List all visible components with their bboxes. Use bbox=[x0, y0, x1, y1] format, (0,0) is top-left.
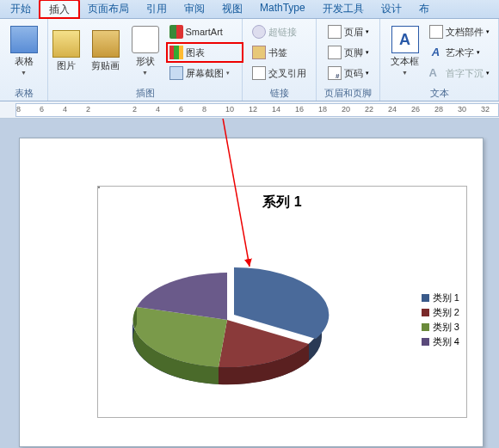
legend-item: 类别 4 bbox=[422, 335, 459, 348]
footer-label: 页脚 bbox=[344, 46, 363, 59]
crossref-button[interactable]: 交叉引用 bbox=[250, 64, 309, 83]
chart-object[interactable]: 系列 1 bbox=[97, 186, 467, 418]
tab-insert[interactable]: 插入 bbox=[40, 0, 79, 18]
header-button[interactable]: 页眉▾ bbox=[325, 22, 372, 41]
legend-item: 类别 1 bbox=[422, 292, 459, 304]
ribbon-tabs: 开始 插入 页面布局 引用 审阅 视图 MathType 开发工具 设计 布 bbox=[0, 0, 499, 19]
group-label-tables: 表格 bbox=[3, 86, 44, 101]
smartart-label: SmartArt bbox=[186, 27, 223, 37]
document-page[interactable]: 系列 1 bbox=[19, 138, 484, 447]
tab-developer[interactable]: 开发工具 bbox=[314, 0, 373, 18]
workspace: 系列 1 bbox=[0, 119, 499, 448]
group-links: 超链接 书签 交叉引用 链接 bbox=[243, 19, 317, 101]
group-text: A 文本框 ▼ 文档部件▾ A 艺术字▾ A 首字下沉▾ 文本 bbox=[380, 19, 499, 101]
dropdown-icon: ▼ bbox=[142, 70, 148, 76]
group-illustrations: 图片 剪贴画 形状 ▼ SmartArt 图表 bbox=[48, 19, 243, 101]
pagenum-button[interactable]: # 页码▾ bbox=[325, 64, 372, 83]
picture-button[interactable]: 图片 bbox=[48, 21, 84, 81]
header-icon bbox=[328, 25, 342, 39]
hyperlink-button[interactable]: 超链接 bbox=[250, 22, 309, 41]
dropcap-icon: A bbox=[429, 66, 443, 80]
parts-button[interactable]: 文档部件▾ bbox=[427, 22, 492, 41]
screenshot-button[interactable]: 屏幕截图 ▾ bbox=[167, 64, 243, 83]
dropdown-icon: ▼ bbox=[21, 70, 27, 76]
bookmark-icon bbox=[252, 46, 266, 59]
group-label-headfoot: 页眉和页脚 bbox=[320, 86, 376, 101]
hyperlink-icon bbox=[252, 25, 266, 39]
dropcap-button[interactable]: A 首字下沉▾ bbox=[427, 64, 492, 83]
tab-mathtype[interactable]: MathType bbox=[251, 0, 314, 18]
shapes-label: 形状 bbox=[136, 55, 155, 68]
tables-label: 表格 bbox=[15, 55, 34, 68]
ruler-area: 86422468101214161820222426283032 bbox=[0, 101, 499, 119]
tab-review[interactable]: 审阅 bbox=[176, 0, 213, 18]
dropdown-icon: ▼ bbox=[402, 70, 408, 76]
group-label-text: 文本 bbox=[384, 86, 495, 101]
textbox-button[interactable]: A 文本框 ▼ bbox=[387, 21, 423, 81]
tab-references[interactable]: 引用 bbox=[138, 0, 176, 18]
legend-item: 类别 2 bbox=[422, 306, 459, 319]
shapes-button[interactable]: 形状 ▼ bbox=[127, 21, 163, 81]
clipart-button[interactable]: 剪贴画 bbox=[88, 21, 124, 81]
tab-start[interactable]: 开始 bbox=[2, 0, 40, 18]
tab-design[interactable]: 设计 bbox=[373, 0, 410, 18]
tab-view[interactable]: 视图 bbox=[213, 0, 251, 18]
chart-legend: 类别 1类别 2类别 3类别 4 bbox=[422, 290, 459, 350]
chart-button[interactable]: 图表 bbox=[167, 43, 243, 62]
picture-label: 图片 bbox=[57, 59, 76, 72]
chart-icon bbox=[169, 46, 183, 59]
group-label-illus: 插图 bbox=[52, 86, 238, 101]
clipart-label: 剪贴画 bbox=[91, 59, 120, 72]
chart-title: 系列 1 bbox=[98, 193, 466, 212]
hyperlink-label: 超链接 bbox=[268, 26, 297, 39]
screenshot-icon bbox=[169, 66, 183, 80]
dropcap-label: 首字下沉 bbox=[446, 67, 484, 80]
group-label-links: 链接 bbox=[246, 86, 312, 101]
bookmark-button[interactable]: 书签 bbox=[250, 43, 309, 62]
wordart-icon: A bbox=[429, 46, 443, 59]
tab-page-layout[interactable]: 页面布局 bbox=[79, 0, 138, 18]
group-tables: 表格 ▼ 表格 bbox=[0, 19, 48, 101]
parts-icon bbox=[429, 25, 443, 39]
tab-layout2[interactable]: 布 bbox=[410, 0, 438, 18]
pagenum-label: 页码 bbox=[344, 67, 363, 80]
smartart-icon bbox=[169, 25, 183, 39]
footer-icon bbox=[328, 46, 342, 59]
legend-item: 类别 3 bbox=[422, 321, 459, 334]
pie-chart bbox=[115, 238, 339, 393]
bookmark-label: 书签 bbox=[268, 46, 287, 59]
crossref-label: 交叉引用 bbox=[268, 67, 306, 80]
textbox-icon: A bbox=[391, 26, 419, 53]
crossref-icon bbox=[252, 66, 266, 80]
screenshot-label: 屏幕截图 bbox=[186, 67, 224, 80]
header-label: 页眉 bbox=[344, 26, 363, 39]
wordart-button[interactable]: A 艺术字▾ bbox=[427, 43, 492, 62]
textbox-label: 文本框 bbox=[391, 55, 419, 68]
pagenum-icon: # bbox=[328, 66, 342, 80]
horizontal-ruler[interactable]: 86422468101214161820222426283032 bbox=[15, 103, 499, 117]
wordart-label: 艺术字 bbox=[446, 46, 474, 59]
ribbon: 表格 ▼ 表格 图片 剪贴画 形状 ▼ Sma bbox=[0, 19, 499, 101]
tables-button[interactable]: 表格 ▼ bbox=[6, 21, 42, 81]
smartart-button[interactable]: SmartArt bbox=[167, 22, 243, 41]
footer-button[interactable]: 页脚▾ bbox=[325, 43, 372, 62]
group-headfoot: 页眉▾ 页脚▾ # 页码▾ 页眉和页脚 bbox=[317, 19, 380, 101]
parts-label: 文档部件 bbox=[446, 26, 484, 39]
chart-label: 图表 bbox=[186, 46, 205, 59]
